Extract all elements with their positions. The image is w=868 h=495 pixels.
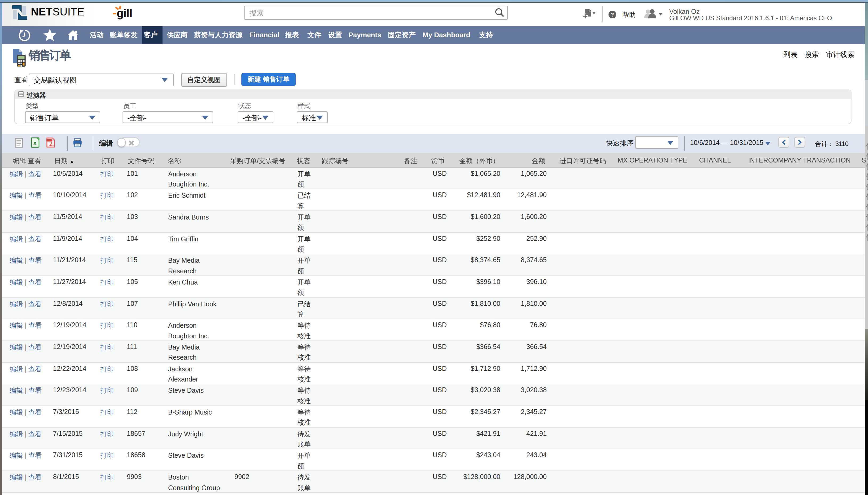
svg-text:x: x (33, 139, 37, 146)
svg-text:?: ? (611, 12, 614, 17)
